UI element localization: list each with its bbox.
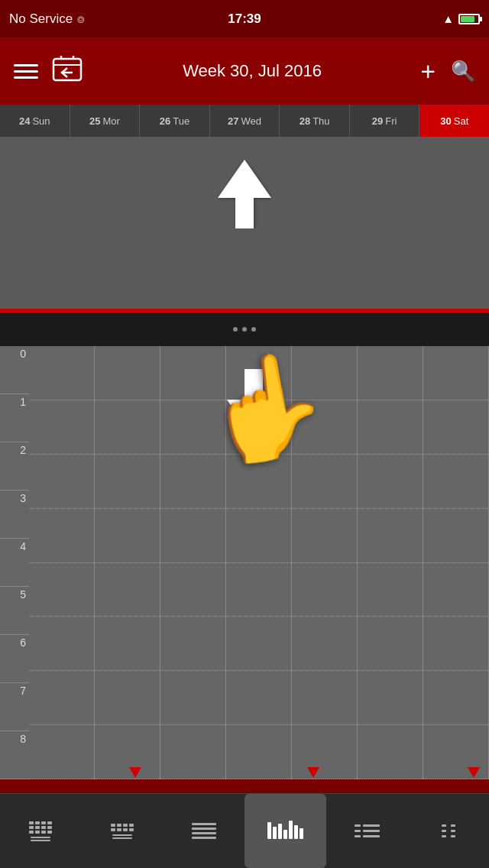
calendar-header: 24 Sun 25 Mor 26 Tue 27 Wed 28 Thu 29 Fr… xyxy=(0,105,489,137)
hamburger-button[interactable] xyxy=(14,64,38,79)
week-icon xyxy=(267,821,303,839)
nav-right-icons: + 🔍 xyxy=(420,58,475,84)
agenda-icon xyxy=(355,824,380,837)
hamburger-line-2 xyxy=(14,70,38,73)
time-label-7: 7 xyxy=(0,683,29,731)
time-label-6: 6 xyxy=(0,635,29,683)
allday-area[interactable] xyxy=(0,137,489,313)
status-time: 17:39 xyxy=(228,11,261,27)
day-num-sat: 30 xyxy=(440,115,451,127)
day-header-fri[interactable]: 29 Fri xyxy=(350,105,420,137)
day-num-wed: 27 xyxy=(228,115,238,127)
tab-day[interactable] xyxy=(407,794,489,868)
status-right: ▲ xyxy=(442,12,480,25)
2week-icon xyxy=(111,824,134,831)
tab-week[interactable] xyxy=(244,794,326,868)
time-labels: 0 1 2 3 4 5 6 7 8 xyxy=(0,346,29,779)
event-triangle-mon xyxy=(129,767,141,778)
day-col-fri[interactable] xyxy=(358,346,423,779)
nav-title: Week 30, Jul 2016 xyxy=(84,61,420,81)
wifi-icon: ⌾ xyxy=(77,12,85,26)
search-button[interactable]: 🔍 xyxy=(451,60,475,83)
day-name-thu: Thu xyxy=(313,115,329,127)
tab-month[interactable] xyxy=(0,794,82,868)
tab-bar xyxy=(0,793,489,868)
nav-bar: Week 30, Jul 2016 + 🔍 xyxy=(0,37,489,105)
day-num-thu: 28 xyxy=(300,115,310,127)
battery-icon xyxy=(458,14,480,24)
day-name-fri: Fri xyxy=(385,115,397,127)
time-label-8: 8 xyxy=(0,731,29,779)
time-label-3: 3 xyxy=(0,491,29,539)
month-icon xyxy=(29,821,52,834)
day-name-mon: Mor xyxy=(102,115,119,127)
day-col-mon[interactable] xyxy=(95,346,160,779)
day-header-sun[interactable]: 24 Sun xyxy=(0,105,70,137)
day-num-fri: 29 xyxy=(372,115,383,127)
calendar-toggle-button[interactable] xyxy=(50,53,84,89)
day-header-thu[interactable]: 28 Thu xyxy=(280,105,350,137)
battery-indicator xyxy=(458,14,480,24)
list-icon xyxy=(192,823,216,839)
up-arrow-svg xyxy=(218,160,271,228)
status-left: No Service ⌾ xyxy=(9,11,85,27)
day-header-mon[interactable]: 25 Mor xyxy=(70,105,141,137)
time-grid[interactable]: 0 1 2 3 4 5 6 7 8 xyxy=(0,346,489,779)
day-header-wed[interactable]: 27 Wed xyxy=(210,105,280,137)
day-num-tue: 26 xyxy=(160,115,170,127)
time-label-4: 4 xyxy=(0,539,29,587)
tab-list[interactable] xyxy=(163,794,244,868)
day-name-tue: Tue xyxy=(173,115,189,127)
day-col-sun[interactable] xyxy=(29,346,95,779)
hamburger-line-3 xyxy=(14,76,38,79)
status-bar: No Service ⌾ 17:39 ▲ xyxy=(0,0,489,37)
time-label-2: 2 xyxy=(0,442,29,491)
svg-marker-5 xyxy=(218,160,271,228)
day-name-sun: Sun xyxy=(32,115,50,127)
hamburger-line-1 xyxy=(14,64,38,66)
day-num-sun: 24 xyxy=(19,115,30,127)
time-label-0: 0 xyxy=(0,346,29,394)
battery-fill xyxy=(461,16,474,22)
gesture-divider xyxy=(0,313,489,346)
day-name-sat: Sat xyxy=(454,115,469,127)
event-triangle-thu xyxy=(307,767,319,778)
add-button[interactable]: + xyxy=(420,58,436,84)
day-icon xyxy=(442,824,455,837)
gesture-up-arrow xyxy=(218,160,271,232)
tab-agenda[interactable] xyxy=(326,794,408,868)
day-header-sat[interactable]: 30 Sat xyxy=(419,105,489,137)
day-header-tue[interactable]: 26 Tue xyxy=(140,105,210,137)
day-name-wed: Wed xyxy=(241,115,262,127)
divider-dot-2 xyxy=(242,327,247,332)
day-col-sat[interactable] xyxy=(423,346,489,779)
time-label-1: 1 xyxy=(0,394,29,442)
month-lines xyxy=(31,837,50,841)
tab-2week[interactable] xyxy=(82,794,164,868)
calendar-toggle-icon xyxy=(50,53,84,86)
divider-dot-1 xyxy=(233,327,238,332)
time-label-5: 5 xyxy=(0,587,29,635)
divider-dot-3 xyxy=(251,327,256,332)
grid-columns: 👆 xyxy=(29,346,489,779)
event-triangle-sat xyxy=(468,767,480,778)
day-num-mon: 25 xyxy=(89,115,100,127)
hand-gesture-overlay: 👆 xyxy=(195,346,337,476)
2week-lines xyxy=(112,834,132,839)
signal-label: No Service xyxy=(9,11,73,27)
location-icon: ▲ xyxy=(442,12,454,25)
